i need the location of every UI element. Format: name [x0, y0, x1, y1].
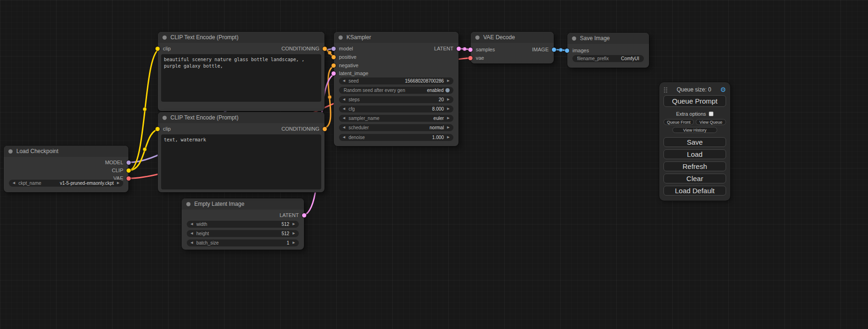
toggle-indicator-icon[interactable]	[445, 88, 450, 92]
clip-socket[interactable]	[155, 127, 160, 131]
image-socket[interactable]	[565, 49, 569, 53]
input-slot-clip[interactable]: clip	[155, 126, 171, 132]
increment-arrow-icon[interactable]: ▶	[293, 221, 295, 228]
prompt-textarea[interactable]: beautiful scenery nature glass bottle la…	[161, 54, 321, 102]
output-slot-model[interactable]: MODEL	[105, 159, 131, 166]
node-ksampler[interactable]: KSampler model positive negative latent_…	[334, 32, 459, 146]
collapse-dot-icon[interactable]	[162, 116, 167, 120]
node-vae-decode[interactable]: VAE Decode samples vae IMAGE	[471, 32, 554, 63]
load-button[interactable]: Load	[663, 149, 726, 159]
node-title-bar[interactable]: CLIP Text Encode (Prompt)	[158, 112, 325, 123]
widget-width[interactable]: ◀ width 512 ▶	[187, 221, 299, 228]
model-socket[interactable]	[332, 47, 336, 51]
image-socket[interactable]	[552, 48, 556, 52]
widget-ckpt-name[interactable]: ◀ ckpt_name v1-5-pruned-emaonly.ckpt ▶	[9, 180, 123, 187]
widget-height[interactable]: ◀ height 512 ▶	[187, 230, 299, 237]
widget-seed[interactable]: ◀ seed 156680208700286 ▶	[339, 77, 453, 84]
save-button[interactable]: Save	[663, 137, 726, 147]
view-history-button[interactable]: View History	[672, 127, 717, 133]
collapse-dot-icon[interactable]	[186, 202, 191, 206]
collapse-dot-icon[interactable]	[339, 35, 343, 40]
output-slot-latent[interactable]: LATENT	[434, 45, 461, 52]
output-slot-latent[interactable]: LATENT	[280, 212, 306, 218]
decrement-arrow-icon[interactable]: ◀	[343, 105, 345, 112]
increment-arrow-icon[interactable]: ▶	[447, 134, 450, 141]
widget-cfg[interactable]: ◀ cfg 8.000 ▶	[339, 105, 453, 112]
vae-socket[interactable]	[127, 176, 131, 181]
decrement-arrow-icon[interactable]: ◀	[191, 221, 193, 228]
node-load-checkpoint[interactable]: Load Checkpoint MODEL CLIP VAE ◀ ckpt_na…	[4, 146, 128, 192]
increment-arrow-icon[interactable]: ▶	[447, 115, 450, 122]
node-empty-latent-image[interactable]: Empty Latent Image LATENT ◀ width 512 ▶ …	[182, 198, 304, 250]
input-slot-model[interactable]: model	[332, 45, 353, 52]
output-slot-image[interactable]: IMAGE	[532, 46, 556, 53]
decrement-arrow-icon[interactable]: ◀	[343, 115, 345, 122]
decrement-arrow-icon[interactable]: ◀	[13, 180, 15, 187]
input-slot-latent-image[interactable]: latent_image	[332, 70, 368, 77]
input-slot-negative[interactable]: negative	[332, 62, 359, 69]
widget-sampler-name[interactable]: ◀ sampler_name euler ▶	[339, 115, 453, 122]
clear-button[interactable]: Clear	[663, 174, 726, 183]
settings-gear-icon[interactable]: ⚙	[720, 86, 726, 93]
input-slot-vae[interactable]: vae	[468, 55, 484, 61]
latent-socket[interactable]	[457, 47, 461, 51]
increment-arrow-icon[interactable]: ▶	[293, 230, 295, 237]
prompt-textarea[interactable]: text, watermark	[161, 134, 321, 189]
node-title-bar[interactable]: Save Image	[567, 33, 649, 44]
conditioning-socket[interactable]	[332, 55, 336, 59]
collapse-dot-icon[interactable]	[572, 36, 576, 41]
collapse-dot-icon[interactable]	[162, 35, 167, 40]
load-default-button[interactable]: Load Default	[663, 186, 726, 196]
output-slot-conditioning[interactable]: CONDITIONING	[282, 45, 327, 52]
conditioning-socket[interactable]	[323, 47, 327, 51]
increment-arrow-icon[interactable]: ▶	[447, 124, 450, 131]
node-title-bar[interactable]: KSampler	[334, 32, 459, 43]
queue-prompt-button[interactable]: Queue Prompt	[663, 95, 726, 107]
collapse-dot-icon[interactable]	[475, 35, 480, 40]
widget-random-seed-toggle[interactable]: Random seed after every gen enabled	[339, 87, 453, 94]
refresh-button[interactable]: Refresh	[663, 161, 726, 171]
widget-batch-size[interactable]: ◀ batch_size 1 ▶	[187, 239, 299, 246]
input-slot-positive[interactable]: positive	[332, 54, 356, 60]
clip-socket[interactable]	[127, 168, 131, 173]
widget-steps[interactable]: ◀ steps 20 ▶	[339, 96, 453, 103]
increment-arrow-icon[interactable]: ▶	[447, 96, 450, 103]
node-title-bar[interactable]: VAE Decode	[471, 32, 554, 43]
node-title-bar[interactable]: Load Checkpoint	[4, 146, 128, 157]
decrement-arrow-icon[interactable]: ◀	[191, 230, 193, 237]
queue-front-button[interactable]: Queue Front	[663, 119, 694, 125]
extra-options-checkbox[interactable]	[709, 112, 713, 116]
view-queue-button[interactable]: View Queue	[696, 119, 726, 125]
widget-filename-prefix[interactable]: filename_prefix ComfyUI	[572, 55, 644, 62]
decrement-arrow-icon[interactable]: ◀	[343, 77, 345, 84]
increment-arrow-icon[interactable]: ▶	[447, 77, 450, 84]
output-slot-clip[interactable]: CLIP	[112, 167, 131, 174]
decrement-arrow-icon[interactable]: ◀	[343, 124, 345, 131]
input-slot-samples[interactable]: samples	[468, 46, 495, 53]
latent-socket[interactable]	[302, 213, 306, 217]
drag-handle-icon[interactable]	[663, 87, 668, 93]
node-title-bar[interactable]: Empty Latent Image	[182, 198, 304, 210]
increment-arrow-icon[interactable]: ▶	[293, 239, 295, 246]
increment-arrow-icon[interactable]: ▶	[117, 180, 120, 187]
widget-scheduler[interactable]: ◀ scheduler normal ▶	[339, 124, 453, 131]
node-clip-text-encode-positive[interactable]: CLIP Text Encode (Prompt) clip CONDITION…	[158, 32, 325, 111]
widget-denoise[interactable]: ◀ denoise 1.000 ▶	[339, 134, 453, 141]
decrement-arrow-icon[interactable]: ◀	[191, 239, 193, 246]
clip-socket[interactable]	[155, 47, 160, 51]
node-graph-canvas[interactable]: Load Checkpoint MODEL CLIP VAE ◀ ckpt_na…	[0, 0, 868, 329]
input-slot-images[interactable]: images	[565, 47, 589, 54]
vae-socket[interactable]	[468, 56, 473, 60]
model-socket[interactable]	[127, 161, 131, 165]
node-clip-text-encode-negative[interactable]: CLIP Text Encode (Prompt) clip CONDITION…	[158, 112, 325, 192]
input-slot-clip[interactable]: clip	[155, 45, 171, 52]
increment-arrow-icon[interactable]: ▶	[447, 105, 450, 112]
output-slot-conditioning[interactable]: CONDITIONING	[282, 126, 327, 132]
decrement-arrow-icon[interactable]: ◀	[343, 96, 345, 103]
conditioning-socket[interactable]	[332, 63, 336, 68]
latent-socket[interactable]	[332, 71, 336, 76]
conditioning-socket[interactable]	[323, 127, 327, 131]
node-save-image[interactable]: Save Image images filename_prefix ComfyU…	[567, 33, 649, 68]
collapse-dot-icon[interactable]	[8, 149, 13, 154]
node-title-bar[interactable]: CLIP Text Encode (Prompt)	[158, 32, 325, 43]
